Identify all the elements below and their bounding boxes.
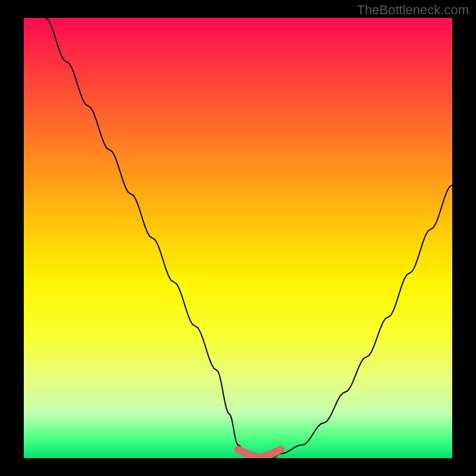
chart-plot-area	[24, 18, 452, 458]
optimal-zone-marker-line	[238, 449, 281, 458]
chart-svg	[24, 18, 452, 458]
watermark-text: TheBottleneck.com	[357, 2, 469, 18]
bottleneck-curve-line	[45, 18, 452, 458]
